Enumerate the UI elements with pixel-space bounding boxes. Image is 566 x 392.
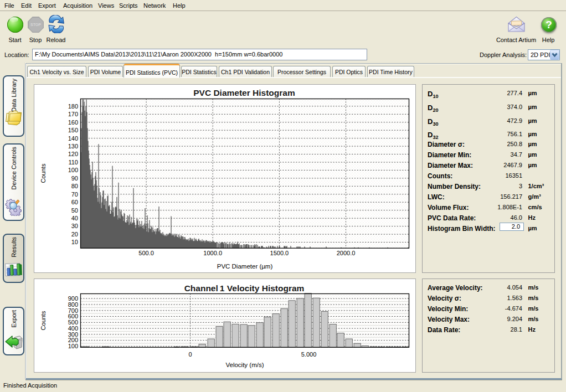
svg-text:200: 200: [68, 337, 78, 343]
svg-text:100: 100: [68, 343, 78, 349]
svg-text:30: 30: [71, 223, 78, 229]
svg-text:1500.0: 1500.0: [270, 250, 289, 256]
svg-text:20: 20: [71, 231, 78, 238]
svg-text:150: 150: [68, 127, 78, 133]
svg-text:0: 0: [188, 351, 192, 358]
svg-text:600: 600: [68, 313, 78, 319]
svg-text:700: 700: [68, 307, 78, 314]
svg-text:120: 120: [68, 151, 78, 157]
svg-text:500: 500: [68, 319, 78, 326]
svg-text:50: 50: [71, 207, 78, 214]
svg-text:Counts: Counts: [40, 163, 47, 183]
svg-text:PVC Diameter (µm): PVC Diameter (µm): [217, 263, 273, 270]
svg-text:60: 60: [71, 199, 78, 205]
svg-text:160: 160: [68, 119, 78, 126]
svg-text:140: 140: [68, 135, 78, 142]
svg-text:80: 80: [71, 183, 78, 189]
svg-text:2000.0: 2000.0: [337, 250, 356, 256]
svg-text:900: 900: [68, 295, 78, 302]
svg-text:Counts: Counts: [40, 311, 47, 330]
svg-text:Velocity (m/s): Velocity (m/s): [225, 362, 264, 368]
svg-text:70: 70: [71, 191, 78, 198]
svg-text:110: 110: [68, 159, 78, 166]
svg-text:180: 180: [68, 103, 78, 110]
svg-text:130: 130: [68, 143, 78, 149]
svg-text:1000.0: 1000.0: [203, 250, 222, 256]
svg-text:300: 300: [68, 331, 78, 338]
svg-text:10: 10: [71, 239, 78, 245]
svg-text:500.0: 500.0: [138, 250, 154, 256]
svg-text:400: 400: [68, 325, 78, 332]
svg-text:100: 100: [68, 167, 78, 173]
svg-text:800: 800: [68, 301, 78, 308]
svg-text:90: 90: [71, 175, 78, 182]
svg-text:5.000: 5.000: [301, 351, 317, 358]
svg-text:40: 40: [71, 215, 78, 221]
svg-text:PVC Diameter Histogram: PVC Diameter Histogram: [193, 88, 295, 97]
svg-text:Channel 1 Velocity Histogram: Channel 1 Velocity Histogram: [184, 283, 305, 293]
svg-text:170: 170: [68, 111, 78, 117]
